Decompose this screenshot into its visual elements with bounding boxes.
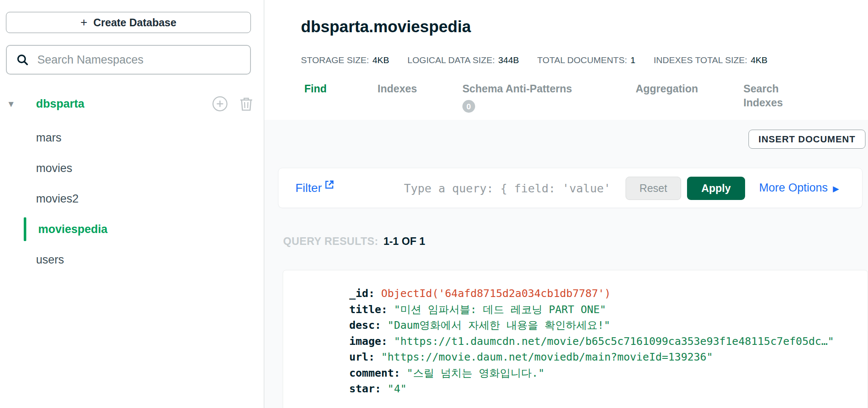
compass-app: + Create Database ▾ dbsparta: [0, 0, 868, 408]
stat-value: 4KB: [373, 55, 389, 65]
query-results-label: QUERY RESULTS:: [283, 235, 378, 247]
namespace-search-box: [6, 45, 251, 75]
sidebar: + Create Database ▾ dbsparta: [0, 0, 264, 408]
field-value: "스릴 넘치는 영화입니다.": [406, 367, 544, 379]
field-colon: :: [375, 383, 387, 395]
tab-label: Schema Anti-Patterns: [462, 82, 572, 96]
field-key: url: [349, 351, 368, 363]
tab-label: Aggregation: [636, 82, 698, 96]
apply-button[interactable]: Apply: [687, 177, 745, 200]
sidebar-collection-item[interactable]: movies: [0, 153, 264, 183]
collection-label: mars: [36, 131, 61, 144]
field-value: "미션 임파서블: 데드 레코닝 PART ONE": [394, 303, 606, 316]
field-value: "https://movie.daum.net/moviedb/main?mov…: [381, 351, 713, 363]
field-colon: :: [375, 319, 387, 331]
sidebar-collection-item[interactable]: users: [0, 244, 264, 275]
document-field-row[interactable]: url: "https://movie.daum.net/moviedb/mai…: [349, 349, 857, 365]
field-value: "https://t1.daumcdn.net/movie/b65c5c7161…: [394, 335, 834, 347]
tab-label: Indexes: [378, 82, 417, 96]
query-results-count: 1-1 OF 1: [384, 235, 426, 247]
query-results-row: QUERY RESULTS: 1-1 OF 1: [283, 235, 425, 247]
tab-label: Find: [304, 82, 327, 96]
field-colon: :: [381, 335, 394, 347]
sidebar-collection-item[interactable]: movies2: [0, 183, 264, 214]
field-value: ObjectId('64afd8715d2a034cb1db7787'): [381, 287, 611, 300]
document-field-row[interactable]: desc: "Daum영화에서 자세한 내용을 확인하세요!": [349, 317, 857, 333]
collection-tabs: Find Indexes Schema Anti-Patterns 0 Aggr…: [304, 82, 798, 113]
collection-label: moviespedia: [38, 223, 108, 236]
collection-list: mars movies movies2 moviespedia users: [0, 122, 264, 275]
field-value: "Daum영화에서 자세한 내용을 확인하세요!": [387, 319, 610, 331]
field-colon: :: [381, 303, 394, 316]
field-colon: :: [394, 367, 406, 379]
stat-value: 1: [631, 55, 636, 65]
collection-tab[interactable]: Aggregation: [636, 82, 698, 96]
collection-label: users: [36, 253, 64, 266]
stat-label: LOGICAL DATA SIZE:: [407, 55, 495, 65]
create-database-label: Create Database: [93, 17, 176, 29]
document-field-row[interactable]: image: "https://t1.daumcdn.net/movie/b65…: [349, 333, 857, 350]
stat-item: LOGICAL DATA SIZE:344B: [407, 55, 519, 65]
stat-label: TOTAL DOCUMENTS:: [537, 55, 627, 65]
collection-tab[interactable]: Schema Anti-Patterns 0: [462, 82, 572, 113]
stat-item: STORAGE SIZE:4KB: [301, 55, 389, 65]
collection-tab[interactable]: Indexes: [378, 82, 417, 96]
field-value: "4": [387, 383, 406, 395]
field-key: star: [349, 383, 375, 395]
add-collection-icon[interactable]: [212, 96, 228, 112]
collection-tab[interactable]: Search Indexes: [743, 82, 798, 110]
field-key: comment: [349, 367, 394, 379]
collection-tab[interactable]: Find: [304, 82, 327, 96]
database-actions: [212, 96, 264, 112]
insert-document-button[interactable]: INSERT DOCUMENT: [748, 130, 865, 149]
reset-button[interactable]: Reset: [626, 177, 681, 200]
sidebar-collection-item[interactable]: moviespedia: [0, 214, 264, 244]
database-name: dbsparta: [36, 97, 84, 111]
more-options-link[interactable]: More Options ▶: [759, 168, 839, 208]
documents-panel: INSERT DOCUMENT Filter Reset Apply More …: [264, 120, 868, 408]
delete-database-trash-icon[interactable]: [239, 96, 253, 111]
query-filter-input[interactable]: [403, 168, 623, 208]
document-field-row[interactable]: _id: ObjectId('64afd8715d2a034cb1db7787'…: [349, 286, 857, 302]
stat-item: TOTAL DOCUMENTS:1: [537, 55, 636, 65]
stat-value: 4KB: [751, 55, 768, 65]
search-namespaces-input[interactable]: [36, 53, 250, 67]
more-options-label: More Options: [759, 181, 828, 194]
field-key: desc: [349, 319, 375, 331]
document-card: _id: ObjectId('64afd8715d2a034cb1db7787'…: [283, 270, 868, 408]
sidebar-collection-item[interactable]: mars: [0, 122, 264, 153]
collection-label: movies: [36, 162, 72, 175]
sidebar-database-row[interactable]: ▾ dbsparta: [0, 93, 264, 114]
field-colon: :: [368, 287, 381, 300]
collection-label: movies2: [36, 192, 79, 205]
field-key: _id: [349, 287, 368, 300]
stat-label: INDEXES TOTAL SIZE:: [654, 55, 747, 65]
namespace-title: dbsparta.moviespedia: [301, 18, 471, 36]
filter-link[interactable]: Filter: [295, 168, 334, 208]
stat-item: INDEXES TOTAL SIZE:4KB: [654, 55, 768, 65]
search-icon: [16, 53, 29, 66]
tab-label: Search Indexes: [743, 82, 798, 110]
document-fields: _id: ObjectId('64afd8715d2a034cb1db7787'…: [283, 270, 868, 397]
tab-badge: 0: [462, 100, 475, 113]
stat-value: 344B: [498, 55, 519, 65]
external-link-icon: [324, 180, 334, 190]
document-field-row[interactable]: title: "미션 임파서블: 데드 레코닝 PART ONE": [349, 302, 857, 318]
plus-icon: +: [81, 16, 87, 29]
query-bar: Filter Reset Apply More Options ▶: [278, 168, 862, 208]
chevron-right-icon: ▶: [833, 183, 839, 194]
document-field-row[interactable]: star: "4": [349, 381, 857, 397]
create-database-button[interactable]: + Create Database: [6, 12, 251, 33]
field-key: image: [349, 335, 381, 347]
filter-label: Filter: [295, 181, 322, 195]
collection-stats: STORAGE SIZE:4KB LOGICAL DATA SIZE:344B …: [301, 55, 768, 65]
stat-label: STORAGE SIZE:: [301, 55, 369, 65]
document-field-row[interactable]: comment: "스릴 넘치는 영화입니다.": [349, 365, 857, 381]
field-colon: :: [368, 351, 381, 363]
caret-down-icon[interactable]: ▾: [8, 98, 25, 110]
field-key: title: [349, 303, 381, 316]
